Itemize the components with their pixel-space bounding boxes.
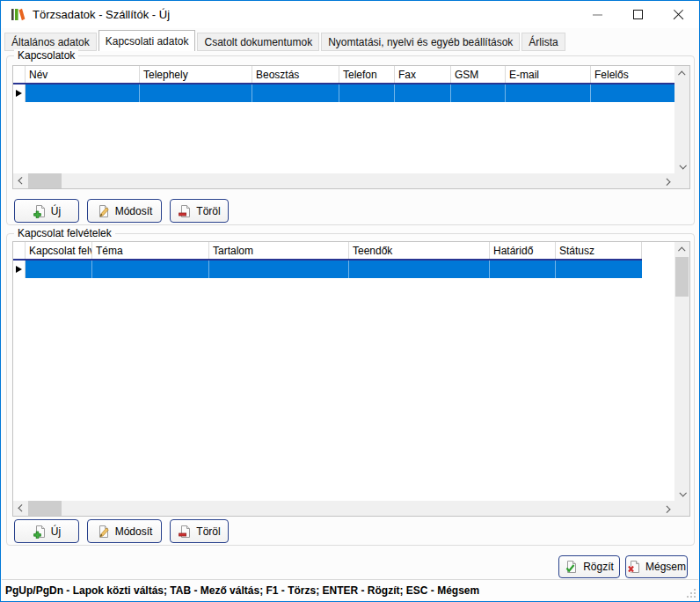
tab-attached-documents[interactable]: Csatolt dokumentumok (197, 33, 319, 51)
column-header-gsm[interactable]: GSM (451, 66, 506, 83)
contacts-horizontal-scrollbar[interactable] (13, 173, 674, 188)
column-header-content[interactable]: Tartalom (209, 242, 349, 259)
tab-print-language-settings[interactable]: Nyomtatási, nyelvi és egyéb beállítások (321, 33, 520, 51)
contact-logs-selected-row[interactable] (13, 261, 674, 278)
contacts-selected-row[interactable] (13, 84, 674, 102)
contact-logs-button-row: Új Módosít Töröl (14, 519, 229, 543)
scroll-up-icon[interactable] (674, 242, 689, 257)
column-header-email[interactable]: E-mail (506, 66, 591, 83)
contacts-group-title: Kapcsolatok (14, 49, 78, 62)
minimize-button[interactable] (577, 1, 617, 28)
column-header-contact-date[interactable]: Kapcsolat felvétel (26, 242, 92, 259)
column-header-site[interactable]: Telephely (140, 66, 252, 83)
resize-grip[interactable] (686, 588, 696, 598)
page-x-icon (627, 560, 641, 574)
contacts-edit-button[interactable]: Módosít (87, 199, 162, 223)
title-bar: Törzsadatok - Szállítók - Új (2, 1, 698, 28)
footer-button-row: Rögzít Mégsem (558, 555, 688, 578)
column-header-deadline[interactable]: Határidő (490, 242, 556, 259)
window-controls (577, 1, 698, 28)
row-selector-header (13, 66, 26, 83)
column-header-position[interactable]: Beosztás (252, 66, 339, 83)
books-icon (11, 7, 26, 22)
scroll-left-icon[interactable] (13, 173, 28, 188)
vertical-scroll-thumb[interactable] (675, 257, 689, 297)
tab-contact-data[interactable]: Kapcsolati adatok (98, 30, 196, 51)
column-header-topic[interactable]: Téma (92, 242, 209, 259)
scrollbar-corner (674, 173, 689, 188)
column-header-phone[interactable]: Telefon (339, 66, 395, 83)
contacts-delete-button[interactable]: Töröl (170, 199, 229, 223)
contact-logs-vertical-scrollbar[interactable] (674, 242, 689, 501)
save-button[interactable]: Rögzít (558, 555, 620, 578)
contact-logs-delete-button[interactable]: Töröl (170, 519, 229, 543)
row-selector-arrow (16, 266, 22, 273)
window-title: Törzsadatok - Szállítók - Új (33, 8, 170, 21)
contact-logs-groupbox: Kapcsolat felvételek Kapcsolat felvétel … (6, 233, 695, 546)
page-plus-icon (33, 525, 47, 539)
contacts-groupbox: Kapcsolatok Név Telephely Beosztás Telef… (6, 55, 695, 225)
maximize-icon (633, 10, 643, 19)
keyboard-hints-text: PgUp/PgDn - Lapok közti váltás; TAB - Me… (5, 584, 479, 597)
minimize-icon (593, 14, 602, 16)
contacts-grid: Név Telephely Beosztás Telefon Fax GSM E… (12, 65, 690, 189)
column-header-responsible[interactable]: Felelős (591, 66, 674, 83)
row-selector-cell (13, 261, 26, 278)
tab-strip: Általános adatok Kapcsolati adatok Csato… (4, 30, 567, 51)
contacts-vertical-scrollbar[interactable] (674, 66, 689, 173)
page-minus-icon (178, 204, 192, 218)
scroll-right-icon[interactable] (660, 173, 674, 188)
column-header-fax[interactable]: Fax (395, 66, 451, 83)
page-check-icon (565, 560, 579, 574)
column-header-tasks[interactable]: Teendők (349, 242, 490, 259)
contacts-button-row: Új Módosít Töröl (14, 199, 229, 223)
scroll-down-icon[interactable] (674, 158, 689, 173)
supplier-master-data-window: Törzsadatok - Szállítók - Új Általános a… (0, 0, 700, 602)
row-selector-cell (13, 84, 26, 102)
row-selector-header (13, 242, 26, 259)
status-bar: PgUp/PgDn - Lapok közti váltás; TAB - Me… (2, 579, 698, 600)
page-pencil-icon (97, 525, 111, 539)
scrollbar-corner (674, 501, 689, 516)
contacts-new-button[interactable]: Új (14, 199, 79, 223)
scroll-up-icon[interactable] (674, 66, 689, 81)
contact-logs-edit-button[interactable]: Módosít (87, 519, 162, 543)
horizontal-scroll-thumb[interactable] (28, 501, 62, 516)
close-icon (673, 9, 684, 20)
horizontal-scroll-thumb[interactable] (28, 173, 62, 188)
close-button[interactable] (658, 1, 698, 28)
column-header-status[interactable]: Státusz (556, 242, 642, 259)
contact-logs-group-title: Kapcsolat felvételek (14, 227, 115, 239)
tab-price-list[interactable]: Árlista (521, 33, 565, 51)
scroll-down-icon[interactable] (674, 486, 689, 501)
cancel-button[interactable]: Mégsem (625, 555, 688, 578)
contact-logs-grid-empty-area (13, 278, 674, 501)
row-selector-arrow (16, 90, 22, 97)
page-pencil-icon (97, 204, 111, 218)
scroll-left-icon[interactable] (13, 501, 28, 516)
contact-logs-grid: Kapcsolat felvétel Téma Tartalom Teendők… (12, 241, 690, 517)
contact-logs-horizontal-scrollbar[interactable] (13, 501, 674, 516)
contacts-grid-empty-area (13, 102, 674, 173)
contact-logs-new-button[interactable]: Új (14, 519, 79, 543)
page-minus-icon (178, 525, 192, 539)
contacts-grid-header: Név Telephely Beosztás Telefon Fax GSM E… (13, 66, 674, 84)
maximize-button[interactable] (617, 1, 658, 28)
tab-general-data[interactable]: Általános adatok (4, 33, 97, 51)
scroll-right-icon[interactable] (660, 501, 674, 516)
contact-logs-grid-header: Kapcsolat felvétel Téma Tartalom Teendők… (13, 242, 674, 261)
column-header-name[interactable]: Név (26, 66, 140, 83)
page-plus-icon (33, 204, 47, 218)
